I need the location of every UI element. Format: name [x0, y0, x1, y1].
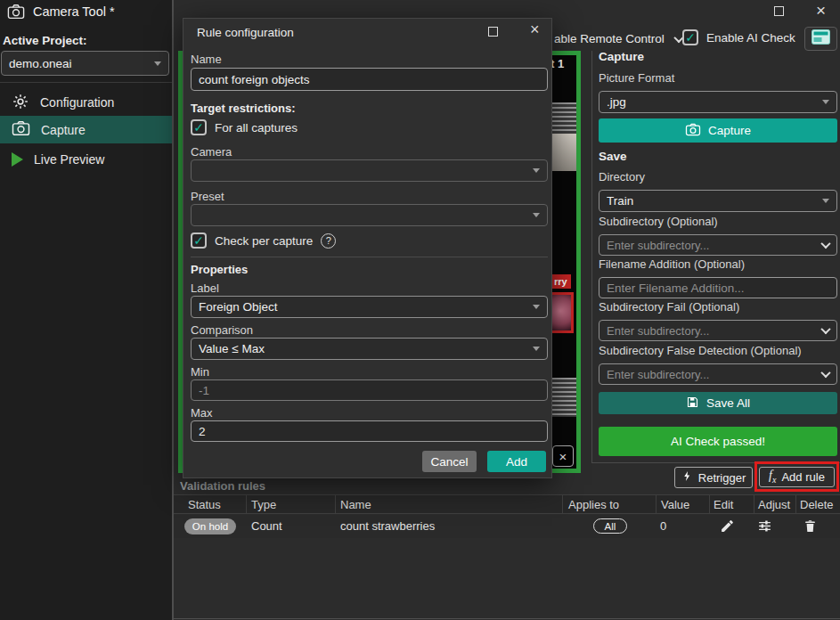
add-rule-highlight-box: fx Add rule [754, 461, 839, 492]
check-per-capture-control[interactable]: ✓ Check per capture ? [191, 232, 336, 249]
retrigger-button[interactable]: Retrigger [674, 467, 753, 488]
preview-close-button[interactable]: × [552, 445, 574, 467]
directory-value: Train [607, 194, 822, 208]
rule-name-cell: count strawberries [340, 519, 435, 533]
camera-label: Camera [191, 145, 232, 159]
delete-rule-button[interactable] [803, 518, 818, 534]
column-separator [656, 495, 657, 513]
project-select[interactable]: demo.oneai [1, 51, 169, 76]
project-select-value: demo.oneai [9, 57, 154, 70]
window-maximize-button[interactable] [774, 6, 784, 16]
min-input[interactable] [191, 379, 548, 401]
column-header-adjust: Adjust [758, 498, 790, 511]
column-header-type: Type [251, 498, 276, 511]
comparison-select[interactable]: Value ≤ Max [191, 338, 548, 360]
subdirectory-false-detection-combobox[interactable]: Enter subdirectory... [599, 363, 837, 385]
picture-format-label: Picture Format [599, 71, 674, 85]
window-title: Camera Tool * [33, 4, 115, 19]
app-window: Camera Tool * × Active Project: demo.one… [0, 0, 840, 620]
subdirectory-placeholder: Enter subdirectory... [607, 239, 822, 252]
chevron-down-icon [820, 239, 830, 249]
rule-name-input[interactable] [191, 68, 548, 91]
ai-check-status-banner: AI Check passed! [599, 427, 837, 456]
chevron-down-icon [820, 368, 830, 378]
ai-check-checkbox[interactable]: ✓ [682, 29, 698, 45]
directory-select[interactable]: Train [599, 190, 837, 212]
chevron-down-icon [533, 347, 540, 351]
for-all-captures-control[interactable]: ✓ For all captures [191, 119, 298, 135]
save-section-heading: Save [599, 150, 627, 163]
chevron-down-icon [820, 324, 830, 334]
preview-corner-text: t 1 [550, 57, 564, 70]
remote-control-dropdown[interactable]: able Remote Control [554, 32, 682, 45]
camera-icon [685, 123, 701, 139]
panel-toggle-button[interactable] [804, 27, 837, 51]
sidebar-separator [0, 82, 172, 83]
edit-rule-button[interactable] [720, 518, 735, 534]
subdirectory-combobox[interactable]: Enter subdirectory... [599, 234, 837, 256]
directory-label: Directory [599, 170, 645, 184]
validation-rules-heading: Validation rules [180, 479, 265, 493]
camera-select[interactable] [191, 159, 548, 182]
table-row: On hold Count count strawberries All 0 [174, 515, 840, 538]
check-per-capture-checkbox[interactable]: ✓ [191, 232, 207, 249]
sidebar-item-configuration[interactable]: Configuration [0, 89, 172, 116]
fx-function-icon: fx [769, 469, 776, 485]
chevron-down-icon [533, 168, 540, 173]
capture-section-heading: Capture [599, 50, 644, 63]
check-per-capture-label: Check per capture [215, 234, 313, 248]
label-select[interactable]: Foreign Object [191, 296, 548, 318]
label-select-value: Foreign Object [199, 300, 533, 314]
capture-button[interactable]: Capture [599, 118, 837, 143]
for-all-captures-label: For all captures [215, 121, 298, 135]
chevron-down-icon [533, 213, 540, 217]
chevron-down-icon [822, 199, 829, 203]
target-restrictions-heading: Target restrictions: [191, 102, 296, 115]
column-header-delete: Delete [800, 498, 834, 511]
column-separator [754, 495, 754, 513]
filename-addition-input[interactable] [599, 277, 837, 298]
column-separator [562, 495, 563, 513]
capture-button-label: Capture [708, 124, 751, 137]
preset-select[interactable] [191, 204, 548, 226]
play-icon [12, 152, 23, 167]
min-field-wrap [191, 379, 548, 401]
column-header-status: Status [188, 498, 221, 511]
preset-label: Preset [191, 190, 224, 203]
picture-format-value: .jpg [607, 95, 822, 109]
filename-addition-label: Filename Addition (Optional) [599, 257, 745, 271]
window-close-button[interactable]: × [816, 2, 826, 19]
dialog-separator [191, 257, 548, 257]
detection-bounding-box [549, 292, 574, 333]
filename-addition-field-wrap [599, 277, 837, 298]
dialog-maximize-button[interactable] [488, 27, 498, 37]
subdirectory-false-detection-label: Subdirectory False Detection (Optional) [599, 344, 802, 357]
max-label: Max [191, 406, 213, 420]
subdirectory-false-detection-placeholder: Enter subdirectory... [607, 368, 822, 381]
cancel-button[interactable]: Cancel [422, 451, 477, 472]
add-rule-button[interactable]: fx Add rule [759, 467, 835, 487]
content-bottom-border [174, 618, 840, 619]
properties-heading: Properties [191, 263, 248, 276]
enable-ai-check-control[interactable]: ✓ Enable AI Check [682, 29, 814, 45]
remote-control-label: able Remote Control [554, 32, 665, 45]
picture-format-select[interactable]: .jpg [599, 91, 837, 113]
max-input[interactable] [191, 420, 548, 442]
rule-value-cell: 0 [660, 519, 666, 533]
subdirectory-fail-combobox[interactable]: Enter subdirectory... [599, 320, 837, 341]
help-icon[interactable]: ? [321, 233, 336, 249]
dialog-close-button[interactable]: × [530, 21, 540, 38]
sidebar-item-live-preview[interactable]: Live Preview [0, 146, 172, 173]
adjust-rule-button[interactable] [757, 518, 772, 534]
max-field-wrap [191, 420, 548, 442]
sidebar-item-capture[interactable]: Capture [0, 116, 172, 143]
comparison-label: Comparison [191, 323, 253, 337]
for-all-captures-checkbox[interactable]: ✓ [191, 119, 207, 135]
chevron-down-icon [822, 100, 829, 104]
rule-configuration-dialog: Rule configuration × Name Target restric… [183, 18, 552, 478]
dialog-title: Rule configuration [197, 26, 294, 39]
save-all-button[interactable]: Save All [599, 392, 837, 414]
rules-table-header: Status Type Name Applies to Value Edit A… [174, 494, 840, 514]
add-button[interactable]: Add [487, 451, 546, 472]
column-separator [795, 495, 796, 513]
